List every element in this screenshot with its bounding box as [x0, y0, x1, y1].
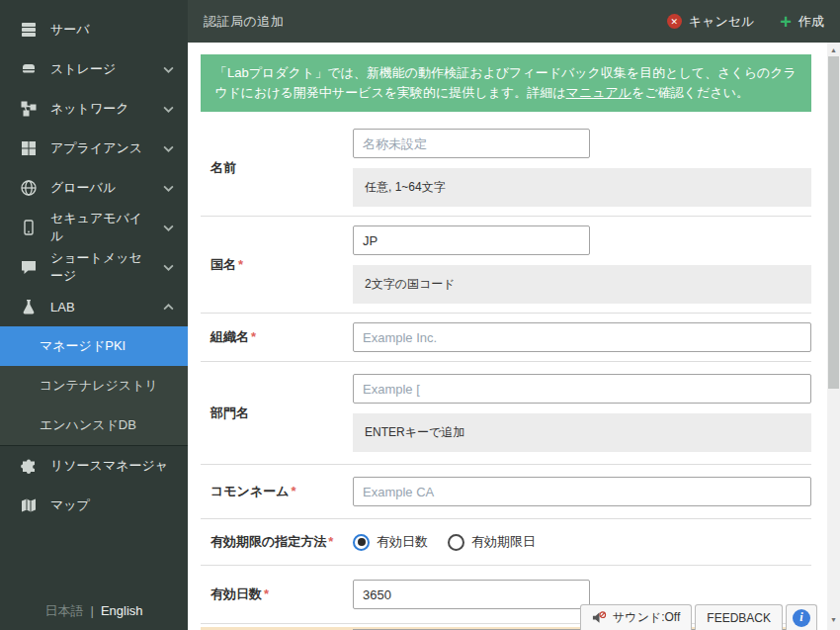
name-hint: 任意, 1~64文字 — [353, 168, 811, 207]
help-button[interactable]: i — [786, 604, 817, 630]
chevron-down-icon — [163, 143, 174, 154]
sidebar-item-label: グローバル — [50, 179, 116, 197]
scrollbar-thumb[interactable] — [828, 56, 839, 389]
submenu-item-label: コンテナレジストリ — [40, 377, 158, 395]
form-row-common-name: コモンネーム* — [201, 465, 811, 519]
sidebar-item-resource-manager[interactable]: リソースマネージャ — [0, 446, 188, 486]
sidebar-item-map[interactable]: マップ — [0, 486, 188, 525]
form-row-expiry-method: 有効期限の指定方法* 有効日数 有効期限日 — [201, 519, 811, 566]
chevron-down-icon — [163, 64, 174, 75]
create-icon: + — [780, 15, 792, 29]
required-mark: * — [264, 586, 269, 601]
submenu-item-label: マネージドPKI — [40, 337, 126, 355]
common-name-input[interactable] — [353, 477, 811, 506]
manual-link[interactable]: マニュアル — [566, 85, 632, 100]
chevron-down-icon — [163, 104, 174, 115]
chevron-down-icon — [163, 262, 174, 273]
lab-submenu: マネージドPKI コンテナレジストリ エンハンスドDB — [0, 326, 188, 446]
sidebar-item-label: アプライアンス — [50, 139, 142, 157]
sidebar-item-label: セキュアモバイル — [50, 210, 150, 245]
sidebar-item-lab[interactable]: LAB — [0, 287, 188, 326]
page-title: 認証局の追加 — [204, 13, 284, 31]
cancel-button-label: キャンセル — [689, 13, 755, 31]
sidebar-item-label: ストレージ — [50, 60, 116, 78]
name-input[interactable] — [353, 129, 590, 158]
sidebar-item-storage[interactable]: ストレージ — [0, 49, 188, 89]
submenu-item-enhanced-db[interactable]: エンハンスドDB — [0, 405, 188, 445]
sidebar-item-label: LAB — [50, 300, 75, 315]
create-button[interactable]: + 作成 — [780, 13, 824, 31]
common-name-label: コモンネーム* — [201, 483, 353, 500]
cancel-button[interactable]: ✕ キャンセル — [667, 13, 755, 31]
submenu-item-managed-pki[interactable]: マネージドPKI — [0, 326, 188, 366]
sound-toggle-label: サウンド:Off — [613, 609, 680, 626]
country-label: 国名* — [201, 256, 353, 274]
sidebar-item-server[interactable]: サーバ — [0, 10, 188, 49]
sidebar-item-label: リソースマネージャ — [50, 457, 168, 475]
sidebar-item-label: ネットワーク — [50, 100, 129, 118]
scrollbar[interactable]: ▲ ▼ — [827, 43, 840, 630]
puzzle-icon — [20, 457, 38, 475]
radio-valid-days[interactable]: 有効日数 — [353, 533, 428, 551]
topbar-actions: ✕ キャンセル + 作成 — [667, 13, 824, 31]
valid-days-input[interactable] — [353, 580, 590, 609]
scroll-down-icon[interactable]: ▼ — [827, 613, 840, 626]
sidebar-nav: サーバ ストレージ ネットワーク — [0, 0, 188, 525]
name-label: 名前 — [201, 159, 353, 177]
sidebar-item-label: マップ — [50, 496, 90, 514]
sidebar-item-label: サーバ — [50, 21, 90, 39]
feedback-label: FEEDBACK — [707, 611, 771, 625]
department-label: 部門名 — [201, 405, 353, 422]
chevron-down-icon — [163, 223, 174, 233]
department-hint: ENTERキーで追加 — [353, 413, 811, 452]
create-button-label: 作成 — [798, 13, 824, 31]
sidebar-item-network[interactable]: ネットワーク — [0, 89, 188, 129]
form-row-department: 部門名 ENTERキーで追加 — [201, 362, 811, 465]
sidebar-item-appliance[interactable]: アプライアンス — [0, 129, 188, 168]
topbar: 認証局の追加 ✕ キャンセル + 作成 — [188, 0, 840, 43]
country-input[interactable] — [353, 225, 590, 255]
banner-text: をご確認ください。 — [631, 85, 749, 100]
main-content: 「Labプロダクト」では、新機能の動作検証およびフィードバック収集を目的として、… — [188, 43, 827, 630]
radio-expiry-date[interactable]: 有効期限日 — [448, 533, 536, 551]
speaker-mute-icon — [592, 610, 607, 625]
department-input[interactable] — [353, 374, 811, 404]
globe-icon — [20, 179, 38, 197]
chevron-down-icon — [163, 183, 174, 194]
sidebar-item-label: ショートメッセージ — [50, 249, 150, 285]
feedback-button[interactable]: FEEDBACK — [695, 604, 783, 630]
sidebar-item-global[interactable]: グローバル — [0, 168, 188, 208]
flask-icon — [20, 298, 38, 315]
submenu-item-container-registry[interactable]: コンテナレジストリ — [0, 366, 188, 405]
message-icon — [20, 258, 38, 276]
info-icon: i — [793, 609, 810, 627]
expiry-method-label: 有効期限の指定方法* — [201, 533, 353, 551]
organization-input[interactable] — [353, 322, 811, 352]
map-icon — [20, 496, 38, 514]
network-icon — [20, 100, 38, 118]
language-switcher: 日本語|English — [0, 602, 188, 620]
mobile-icon — [20, 219, 38, 236]
sidebar-item-short-message[interactable]: ショートメッセージ — [0, 247, 188, 287]
ca-form: 名前 任意, 1~64文字 国名* 2文字の国コード — [201, 120, 811, 624]
chevron-up-icon — [163, 302, 174, 313]
language-japanese[interactable]: 日本語 — [44, 603, 83, 618]
form-row-name: 名前 任意, 1~64文字 — [201, 120, 811, 217]
sound-toggle-button[interactable]: サウンド:Off — [580, 604, 692, 630]
language-english[interactable]: English — [101, 603, 143, 618]
appliance-icon — [20, 139, 38, 157]
app-window: サーバ ストレージ ネットワーク — [0, 0, 840, 630]
storage-icon — [20, 60, 38, 78]
radio-checked-icon — [353, 534, 370, 551]
required-mark: * — [292, 484, 296, 498]
organization-label: 組織名* — [201, 328, 353, 346]
valid-days-label: 有効日数* — [201, 585, 353, 603]
server-icon — [20, 21, 38, 39]
country-hint: 2文字の国コード — [353, 265, 811, 304]
form-row-organization: 組織名* — [201, 314, 811, 362]
sidebar: サーバ ストレージ ネットワーク — [0, 0, 188, 630]
scroll-up-icon[interactable]: ▲ — [827, 44, 840, 56]
cancel-icon: ✕ — [667, 14, 682, 29]
sidebar-item-secure-mobile[interactable]: セキュアモバイル — [0, 208, 188, 247]
radio-unchecked-icon — [448, 534, 464, 551]
